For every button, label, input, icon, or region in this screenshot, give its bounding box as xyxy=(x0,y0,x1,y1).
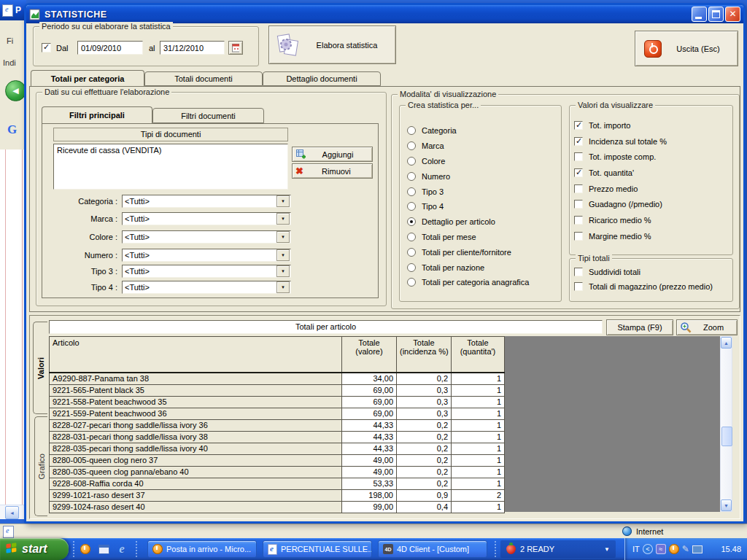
ready-status-band[interactable]: 2 READY ▼ xyxy=(500,540,616,558)
table-row[interactable]: 8228-035-pecari thong saddle/lissa ivory… xyxy=(50,443,505,455)
task-posta-in-arrivo[interactable]: Posta in arrivo - Micro... xyxy=(147,540,257,558)
tab[interactable]: Totali documenti xyxy=(144,71,263,86)
back-button[interactable]: ◀ xyxy=(5,80,26,101)
tab[interactable]: Dettaglio documenti xyxy=(263,71,381,86)
calendar-button[interactable] xyxy=(228,41,243,55)
radio-option[interactable]: Dettaglio per articolo xyxy=(407,214,557,230)
filter-combobox[interactable]: <Tutti> ▼ xyxy=(122,212,291,225)
radio-option[interactable]: Marca xyxy=(407,139,557,154)
radio-icon xyxy=(407,248,416,257)
start-button[interactable]: start xyxy=(0,538,69,560)
tab[interactable]: Totali per categoria xyxy=(31,70,144,86)
radio-option[interactable]: Numero xyxy=(407,168,557,184)
mail-notification-icon[interactable] xyxy=(669,544,679,554)
table-row[interactable]: 9221-558-Patent beachwood 35 69,00 0,3 1 xyxy=(50,397,505,408)
chevron-down-icon[interactable]: ▼ xyxy=(276,195,290,207)
taskbar-separator xyxy=(73,541,77,557)
tab[interactable]: Filtri principali xyxy=(42,106,152,123)
table-row[interactable]: 8228-027-pecari thong saddle/lissa ivory… xyxy=(50,420,505,432)
close-button[interactable]: ✕ xyxy=(725,7,740,22)
radio-option[interactable]: Categoria xyxy=(407,123,557,139)
dal-checkbox[interactable]: ✓ xyxy=(42,43,51,52)
chevron-down-icon[interactable]: ▼ xyxy=(276,265,290,277)
desktop: P Fi Indi ◀ G ◄ Internet STATISTICHE ✕ P… xyxy=(0,0,747,560)
chevron-down-icon[interactable]: ▼ xyxy=(276,281,290,293)
language-indicator[interactable]: IT xyxy=(632,545,640,553)
tab-grafico[interactable]: Grafico xyxy=(34,416,47,516)
date-to-input[interactable] xyxy=(160,41,225,55)
radio-icon xyxy=(407,202,416,211)
task-4d-client[interactable]: 4D 4D Client - [Custom] xyxy=(378,540,487,558)
checkbox-option[interactable]: ✓ Margine medio % xyxy=(574,228,729,244)
radio-option[interactable]: Tipo 3 xyxy=(407,184,557,199)
checkbox-label: Ricarico medio % xyxy=(589,216,651,225)
minimize-button[interactable] xyxy=(692,7,707,22)
tab-valori[interactable]: Valori xyxy=(33,322,47,414)
scroll-up-button[interactable]: ▲ xyxy=(721,337,732,349)
uscita-button[interactable]: Uscita (Esc) xyxy=(635,31,738,66)
filter-combobox[interactable]: <Tutti> ▼ xyxy=(122,230,291,244)
results-vertical-scrollbar[interactable]: ▲ ▼ xyxy=(720,336,732,512)
checkbox-option[interactable]: ✓ Ricarico medio % xyxy=(574,212,729,228)
table-row[interactable]: 8228-031-pecari thong saddle/lissa ivory… xyxy=(50,432,505,443)
zoom-button[interactable]: Zoom xyxy=(676,319,738,335)
chevron-down-icon[interactable]: ▼ xyxy=(604,546,610,553)
pencil-icon[interactable]: ✎ xyxy=(682,544,689,554)
app-window-icon[interactable] xyxy=(97,542,110,556)
table-row[interactable]: 9221-559-Patent beachwood 36 69,00 0,3 1 xyxy=(50,408,505,420)
combo-value: <Tutti> xyxy=(123,197,276,206)
table-row[interactable]: 8280-035-queen clog panna/ebano 40 49,00… xyxy=(50,467,505,478)
scroll-left-button[interactable]: ◄ xyxy=(5,506,19,519)
checkbox-option[interactable]: ✓ Suddividi totali xyxy=(574,265,729,279)
filter-combo-row: Numero : <Tutti> ▼ xyxy=(47,249,298,262)
checkbox-option[interactable]: ✓ Prezzo medio xyxy=(574,181,729,197)
table-row[interactable]: 8280-005-queen clog nero 37 49,00 0,2 1 xyxy=(50,455,505,467)
checkbox-option[interactable]: ✓ Guadagno (/pmedio) xyxy=(574,196,729,212)
tab[interactable]: Filtri documenti xyxy=(152,108,264,123)
radio-option[interactable]: Totali per cliente/fornitore xyxy=(407,244,557,260)
checkbox-option[interactable]: ✓ Tot. importo xyxy=(574,117,729,133)
stampa-button[interactable]: Stampa (F9) xyxy=(606,319,673,335)
titlebar[interactable]: STATISTICHE ✕ xyxy=(26,5,743,23)
scroll-down-button[interactable]: ▼ xyxy=(721,499,732,511)
cell-totale-incidenza: 0,2 xyxy=(397,443,452,455)
filter-combobox[interactable]: <Tutti> ▼ xyxy=(122,249,291,262)
task-percentuale[interactable]: PERCENTUALE SULLE... xyxy=(263,540,372,558)
table-row[interactable]: 9299-1021-raso desert 37 198,00 0,9 2 xyxy=(50,490,505,502)
filter-combobox[interactable]: <Tutti> ▼ xyxy=(122,281,291,294)
results-title-field[interactable]: Totali per articolo xyxy=(49,320,603,334)
chevron-down-icon[interactable]: ▼ xyxy=(276,231,290,243)
mail-app-icon[interactable] xyxy=(79,542,92,556)
filter-combobox[interactable]: <Tutti> ▼ xyxy=(122,195,291,208)
table-row[interactable]: 9228-608-Raffia corda 40 53,33 0,2 1 xyxy=(50,478,505,490)
internet-explorer-icon[interactable]: e xyxy=(115,542,128,556)
radio-option[interactable]: Totali per nazione xyxy=(407,260,557,275)
cell-totale-quantita: 1 xyxy=(452,432,505,443)
scroll-thumb[interactable] xyxy=(721,427,732,446)
filter-combo-row: Tipo 3 : <Tutti> ▼ xyxy=(47,265,298,278)
radio-label: Totali per cliente/fornitore xyxy=(422,248,511,257)
date-from-input[interactable] xyxy=(77,41,143,55)
checkbox-option[interactable]: ✓ Tot. quantita' xyxy=(574,165,729,181)
filter-combobox[interactable]: <Tutti> ▼ xyxy=(122,265,291,278)
radio-option[interactable]: Totali per mese xyxy=(407,230,557,245)
checkbox-option[interactable]: ✓ Incidenza sul totale % xyxy=(574,133,729,149)
clock[interactable]: 15.48 xyxy=(721,545,741,553)
table-row[interactable]: 9221-565-Patent black 35 69,00 0,3 1 xyxy=(50,385,505,397)
radio-option[interactable]: Totali per categoria anagrafica xyxy=(407,275,557,290)
cell-totale-quantita: 1 xyxy=(452,443,505,455)
background-horizontal-scrollbar[interactable]: ◄ xyxy=(0,505,24,519)
checkbox-option[interactable]: ✓ Tot. imposte comp. xyxy=(574,149,729,165)
table-row[interactable]: 9299-1024-raso desert 40 99,00 0,4 1 xyxy=(50,502,505,513)
radio-option[interactable]: Tipo 4 xyxy=(407,199,557,214)
display-icon[interactable] xyxy=(692,545,703,553)
chevron-down-icon[interactable]: ▼ xyxy=(276,249,290,261)
checkbox-option[interactable]: ✓ Totali di magazzino (prezzo medio) xyxy=(574,279,729,294)
chevron-down-icon[interactable]: ▼ xyxy=(276,213,290,225)
radio-option[interactable]: Colore xyxy=(407,154,557,169)
language-bar-chevron-icon[interactable]: < xyxy=(643,544,653,554)
elabora-statistica-button[interactable]: Elabora statistica xyxy=(268,26,396,64)
network-activity-icon[interactable]: ≈ xyxy=(656,544,666,554)
table-row[interactable]: A9290-887-Panama tan 38 34,00 0,2 1 xyxy=(50,373,505,385)
maximize-button[interactable] xyxy=(708,7,724,22)
